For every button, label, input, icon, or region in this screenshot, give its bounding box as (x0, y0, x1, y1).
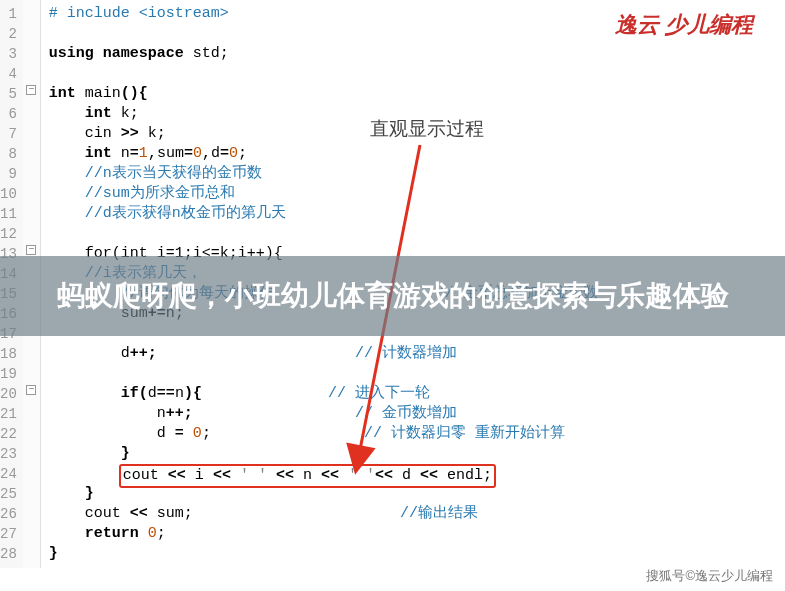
fold-toggle-icon[interactable]: − (23, 380, 40, 400)
fold-toggle-icon[interactable]: − (23, 80, 40, 100)
annotation-label: 直观显示过程 (370, 116, 484, 142)
source-attribution: 搜狐号©逸云少儿编程 (646, 567, 773, 585)
brand-logo: 逸云 少儿编程 (615, 10, 753, 40)
highlighted-code: cout << i << ' ' << n << ' '<< d << endl… (119, 464, 496, 488)
overlay-title: 蚂蚁爬呀爬，小班幼儿体育游戏的创意探索与乐趣体验 (0, 256, 785, 336)
